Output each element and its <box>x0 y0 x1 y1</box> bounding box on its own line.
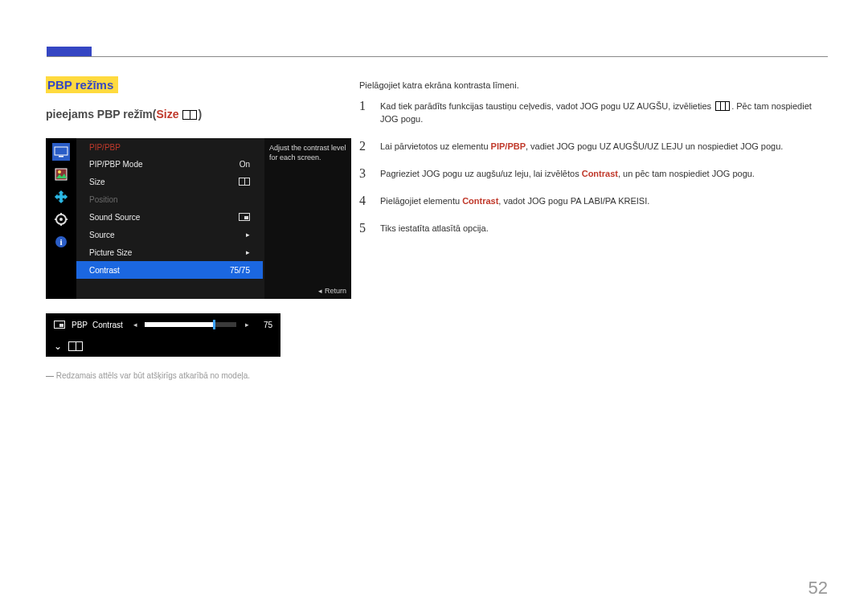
chevron-down-icon[interactable]: ⌄ <box>54 341 62 352</box>
step-3: 3 Pagrieziet JOG pogu uz augšu/uz leju, … <box>359 167 825 180</box>
intro-text: Pielāgojiet katra ekrāna kontrasta līmen… <box>359 80 825 90</box>
step-1: 1 Kad tiek parādīts funkcijas taustiņu c… <box>359 100 825 125</box>
dual-screen-icon[interactable] <box>68 341 83 351</box>
step-number: 4 <box>359 194 371 207</box>
return-label: Return <box>325 287 346 295</box>
osd-row-contrast[interactable]: Contrast 75/75 <box>76 261 263 279</box>
osd-tab-picture-icon[interactable] <box>52 166 70 183</box>
step-pre: Pielāgojiet elementu <box>380 196 462 206</box>
step-post: , vadot JOG pogu PA LABI/PA KREISI. <box>498 196 649 206</box>
osd-title: PIP/PBP <box>76 138 263 155</box>
step-2: 2 Lai pārvietotos uz elementu PIP/PBP, v… <box>359 140 825 153</box>
osd-row-label: Size <box>89 178 239 186</box>
header-rule <box>47 56 828 57</box>
section-heading: PBP režīms <box>46 76 118 93</box>
osd-row-value <box>239 213 250 222</box>
dash-icon: ― <box>46 371 56 380</box>
osd-row-value: On <box>240 160 250 169</box>
osd-tab-settings-icon[interactable] <box>52 210 70 228</box>
chevron-right-icon: ▸ <box>246 231 250 239</box>
osd-return[interactable]: ◂ Return <box>318 286 346 296</box>
pip-icon <box>54 321 65 329</box>
svg-text:i: i <box>59 237 62 247</box>
osd-row-value <box>239 178 250 186</box>
osd-row-label: Picture Size <box>89 248 246 257</box>
step-keyword: PIP/PBP <box>491 141 526 151</box>
chevron-right-icon: ▸ <box>246 248 250 256</box>
step-body: Pagrieziet JOG pogu uz augšu/uz leju, la… <box>380 167 825 180</box>
svg-point-5 <box>59 218 63 221</box>
osd-row-soundsource[interactable]: Sound Source <box>76 208 263 226</box>
contrast-slider-panel: PBP Contrast ◂ ▸ 75 ⌄ <box>46 313 280 357</box>
osd-hint-text: Adjust the contrast level for each scree… <box>269 144 346 161</box>
osd-hint: Adjust the contrast level for each scree… <box>264 138 351 299</box>
osd-tab-info-icon[interactable]: i <box>52 233 70 251</box>
osd-row-label: Position <box>89 195 250 204</box>
slider-foot: ⌄ <box>46 336 280 357</box>
step-pre: Lai pārvietotos uz elementu <box>380 141 491 151</box>
step-body: Lai pārvietotos uz elementu PIP/PBP, vad… <box>380 140 825 153</box>
dual-screen-icon <box>239 178 250 186</box>
dual-screen-icon <box>182 110 197 120</box>
step-post: , vadiet JOG pogu UZ AUGŠU/UZ LEJU un no… <box>526 141 783 151</box>
svg-point-3 <box>58 170 61 174</box>
osd-row-label: Sound Source <box>89 213 239 222</box>
slider-fill <box>145 322 214 327</box>
step-pre: Tiks iestatīta atlasītā opcija. <box>380 223 489 233</box>
step-number: 5 <box>359 222 371 235</box>
osd-row-picturesize[interactable]: Picture Size ▸ <box>76 243 263 261</box>
slider-knob[interactable] <box>213 320 215 329</box>
step-keyword: Contrast <box>462 196 498 206</box>
right-column: Pielāgojiet katra ekrāna kontrasta līmen… <box>359 80 825 249</box>
header-accent <box>47 47 92 56</box>
osd-row-pipmode[interactable]: PIP/PBP Mode On <box>76 155 263 173</box>
step-5: 5 Tiks iestatīta atlasītā opcija. <box>359 222 825 235</box>
slider-row: PBP Contrast ◂ ▸ 75 <box>46 313 280 336</box>
svg-rect-1 <box>59 156 63 157</box>
step-pre: Pagrieziet JOG pogu uz augšu/uz leju, la… <box>380 169 582 178</box>
step-4: 4 Pielāgojiet elementu Contrast, vadot J… <box>359 194 825 207</box>
subheading-size: Size <box>156 108 178 121</box>
osd-row-source[interactable]: Source ▸ <box>76 226 263 243</box>
step-body: Tiks iestatīta atlasītā opcija. <box>380 222 825 235</box>
osd-row-label: Contrast <box>89 266 230 275</box>
step-keyword: Contrast <box>582 169 618 178</box>
section-subheading: pieejams PBP režīm(Size ) <box>46 108 351 121</box>
page-number: 52 <box>809 578 828 599</box>
step-number: 2 <box>359 140 371 153</box>
grid-menu-icon <box>715 101 730 111</box>
osd-row-label: Source <box>89 231 246 239</box>
svg-rect-0 <box>55 147 68 155</box>
step-post: , un pēc tam nospiediet JOG pogu. <box>618 169 755 178</box>
osd-row-position: Position <box>76 190 263 208</box>
chevron-left-icon: ◂ <box>318 287 325 295</box>
osd-main: PIP/PBP PIP/PBP Mode On Size Position So… <box>76 138 263 299</box>
osd-menu: i PIP/PBP PIP/PBP Mode On Size Position … <box>46 138 351 299</box>
step-body: Pielāgojiet elementu Contrast, vadot JOG… <box>380 194 825 207</box>
osd-tab-display-icon[interactable] <box>52 143 70 161</box>
left-column: PBP režīms pieejams PBP režīm(Size ) i P… <box>46 76 351 380</box>
step-pre: Kad tiek parādīts funkcijas taustiņu ceļ… <box>380 101 714 111</box>
osd-row-value: 75/75 <box>230 266 250 275</box>
subheading-prefix: pieejams PBP režīm( <box>46 108 156 121</box>
osd-row-size[interactable]: Size <box>76 173 263 190</box>
step-body: Kad tiek parādīts funkcijas taustiņu ceļ… <box>380 100 825 125</box>
chevron-left-icon[interactable]: ◂ <box>133 321 137 329</box>
slider-track[interactable] <box>145 322 236 327</box>
osd-sidebar: i <box>46 138 76 299</box>
slider-badge: PBP <box>72 321 88 329</box>
slider-value: 75 <box>256 321 272 329</box>
pip-icon <box>239 213 250 221</box>
footnote-text: Redzamais attēls var būt atšķirīgs atkar… <box>56 371 250 380</box>
chevron-right-icon[interactable]: ▸ <box>245 321 249 329</box>
footnote: ― Redzamais attēls var būt atšķirīgs atk… <box>46 371 351 380</box>
slider-label: Contrast <box>92 321 123 329</box>
osd-tab-resize-icon[interactable] <box>52 188 70 206</box>
subheading-suffix: ) <box>198 108 202 121</box>
osd-row-label: PIP/PBP Mode <box>89 160 240 169</box>
step-number: 3 <box>359 167 371 180</box>
step-number: 1 <box>359 100 371 125</box>
